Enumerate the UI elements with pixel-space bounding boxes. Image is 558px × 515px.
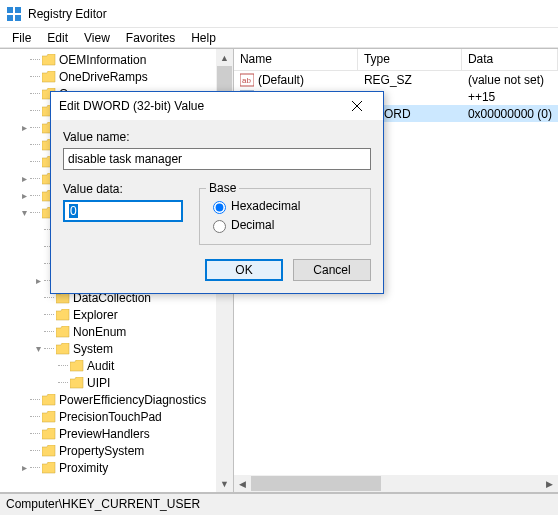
value-data-label: Value data:	[63, 182, 183, 196]
tree-item[interactable]: ▸Proximity	[0, 459, 219, 476]
cell-data: (value not set)	[462, 73, 558, 87]
tree-twisty-icon[interactable]: ▸	[18, 190, 30, 202]
tree-twisty-icon[interactable]: ▸	[32, 275, 44, 287]
close-button[interactable]	[339, 95, 375, 117]
cancel-button[interactable]: Cancel	[293, 259, 371, 281]
tree-label: Audit	[87, 359, 114, 373]
tree-twisty-icon[interactable]: ▸	[18, 122, 30, 134]
horizontal-scrollbar[interactable]: ◀ ▶	[234, 475, 558, 492]
tree-item[interactable]: OEMInformation	[0, 51, 219, 68]
scroll-h-thumb[interactable]	[251, 476, 381, 491]
tree-label: OneDriveRamps	[59, 70, 148, 84]
tree-item[interactable]: UIPI	[0, 374, 219, 391]
tree-item[interactable]: PrecisionTouchPad	[0, 408, 219, 425]
menu-file[interactable]: File	[4, 29, 39, 47]
tree-item[interactable]: Audit	[0, 357, 219, 374]
radio-hex-input[interactable]	[213, 201, 226, 214]
tree-item[interactable]: PowerEfficiencyDiagnostics	[0, 391, 219, 408]
svg-text:ab: ab	[242, 76, 251, 85]
tree-item[interactable]: NonEnum	[0, 323, 219, 340]
tree-label: OEMInformation	[59, 53, 146, 67]
scroll-down-icon[interactable]: ▼	[216, 475, 233, 492]
radio-decimal[interactable]: Decimal	[208, 217, 362, 233]
scroll-h-track[interactable]	[251, 475, 541, 492]
tree-item[interactable]: ▾System	[0, 340, 219, 357]
scroll-up-icon[interactable]: ▲	[216, 49, 233, 66]
base-legend: Base	[206, 181, 239, 195]
app-icon	[6, 6, 22, 22]
tree-label: Explorer	[73, 308, 118, 322]
cell-type: REG_SZ	[358, 73, 462, 87]
menu-edit[interactable]: Edit	[39, 29, 76, 47]
col-header-name[interactable]: Name	[234, 49, 358, 70]
col-header-type[interactable]: Type	[358, 49, 462, 70]
statusbar: Computer\HKEY_CURRENT_USER	[0, 493, 558, 515]
svg-rect-3	[15, 15, 21, 21]
close-icon	[352, 101, 362, 111]
cell-name: (Default)	[258, 73, 304, 87]
menu-view[interactable]: View	[76, 29, 118, 47]
tree-label: PowerEfficiencyDiagnostics	[59, 393, 206, 407]
tree-label: NonEnum	[73, 325, 126, 339]
tree-item[interactable]: OneDriveRamps	[0, 68, 219, 85]
radio-dec-input[interactable]	[213, 220, 226, 233]
svg-rect-2	[7, 15, 13, 21]
window-titlebar: Registry Editor	[0, 0, 558, 28]
base-fieldset: Base Hexadecimal Decimal	[199, 188, 371, 245]
svg-rect-1	[15, 7, 21, 13]
col-header-data[interactable]: Data	[462, 49, 558, 70]
cell-data: ++15	[462, 90, 558, 104]
cell-data: 0x00000000 (0)	[462, 107, 558, 121]
menu-help[interactable]: Help	[183, 29, 224, 47]
value-data-input[interactable]: 0	[63, 200, 183, 222]
tree-twisty-icon[interactable]: ▾	[18, 207, 30, 219]
tree-item[interactable]: Explorer	[0, 306, 219, 323]
menubar: File Edit View Favorites Help	[0, 28, 558, 48]
radio-hexadecimal[interactable]: Hexadecimal	[208, 198, 362, 214]
svg-rect-0	[7, 7, 13, 13]
tree-twisty-icon[interactable]: ▸	[18, 173, 30, 185]
tree-item[interactable]: PropertySystem	[0, 442, 219, 459]
tree-item[interactable]: PreviewHandlers	[0, 425, 219, 442]
list-row[interactable]: ab(Default)REG_SZ(value not set)	[234, 71, 558, 88]
tree-label: UIPI	[87, 376, 110, 390]
list-header: Name Type Data	[234, 49, 558, 71]
tree-label: PropertySystem	[59, 444, 144, 458]
dialog-title: Edit DWORD (32-bit) Value	[59, 99, 204, 113]
scroll-right-icon[interactable]: ▶	[541, 475, 558, 492]
tree-label: PreviewHandlers	[59, 427, 150, 441]
tree-label: PrecisionTouchPad	[59, 410, 162, 424]
tree-label: System	[73, 342, 113, 356]
menu-favorites[interactable]: Favorites	[118, 29, 183, 47]
status-path: Computer\HKEY_CURRENT_USER	[6, 497, 200, 511]
tree-label: Proximity	[59, 461, 108, 475]
window-title: Registry Editor	[28, 7, 107, 21]
value-name-label: Value name:	[63, 130, 371, 144]
tree-twisty-icon[interactable]: ▸	[18, 462, 30, 474]
tree-twisty-icon[interactable]: ▾	[32, 343, 44, 355]
ok-button[interactable]: OK	[205, 259, 283, 281]
scroll-left-icon[interactable]: ◀	[234, 475, 251, 492]
dialog-titlebar[interactable]: Edit DWORD (32-bit) Value	[51, 92, 383, 120]
value-name-input[interactable]	[63, 148, 371, 170]
edit-dword-dialog: Edit DWORD (32-bit) Value Value name: Va…	[50, 91, 384, 294]
